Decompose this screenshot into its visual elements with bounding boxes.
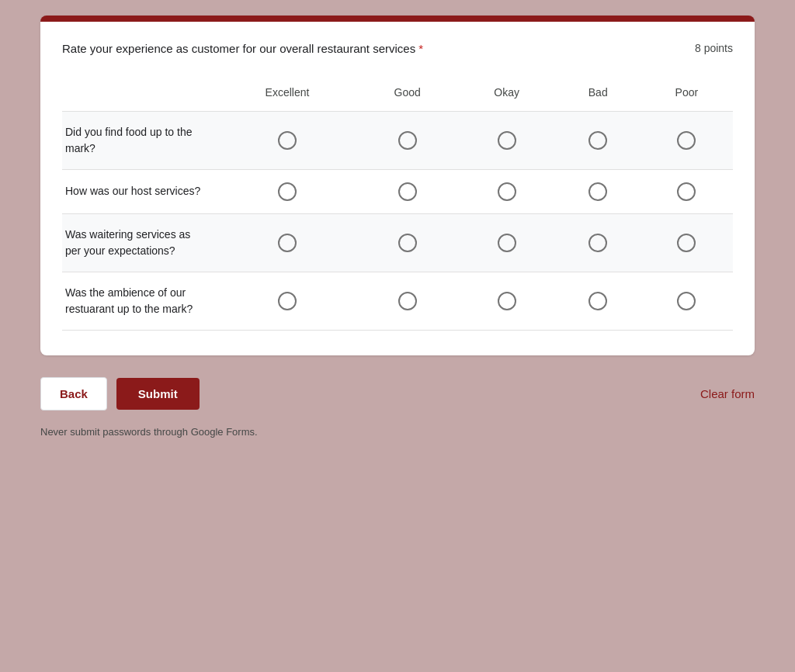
radio-poor-row4[interactable] [677, 292, 696, 310]
radio-good-row2[interactable] [398, 182, 417, 201]
radio-cell [217, 111, 357, 169]
radio-bad-row2[interactable] [588, 182, 607, 201]
back-button[interactable]: Back [40, 377, 107, 410]
radio-okay-row4[interactable] [498, 292, 516, 310]
row-label: Did you find food up to the mark? [62, 111, 217, 169]
radio-cell [556, 272, 641, 330]
radio-okay-row2[interactable] [498, 182, 516, 201]
radio-poor-row3[interactable] [677, 234, 696, 252]
radio-cell [556, 169, 641, 213]
row-label: Was waitering services as per your expec… [62, 213, 217, 272]
row-label: Was the ambience of our restuarant up to… [62, 272, 217, 330]
radio-okay-row1[interactable] [498, 131, 516, 150]
radio-cell [641, 169, 733, 213]
radio-cell [357, 272, 458, 330]
radio-bad-row3[interactable] [588, 234, 607, 252]
radio-good-row3[interactable] [398, 234, 417, 252]
clear-form-button[interactable]: Clear form [700, 387, 755, 400]
points-label: 8 points [695, 40, 733, 54]
col-poor: Poor [641, 80, 733, 112]
radio-cell [357, 169, 458, 213]
radio-poor-row2[interactable] [677, 182, 696, 201]
radio-excellent-row3[interactable] [278, 234, 297, 252]
page-container: Rate your experience as customer for our… [0, 16, 795, 438]
col-okay: Okay [458, 80, 556, 112]
col-good: Good [357, 80, 458, 112]
table-row: Was waitering services as per your expec… [62, 213, 733, 272]
card-header: Rate your experience as customer for our… [62, 40, 733, 58]
radio-cell [641, 213, 733, 272]
footer-bar: Back Submit Clear form [40, 377, 755, 417]
title-text: Rate your experience as customer for our… [62, 42, 415, 55]
footer-buttons: Back Submit [40, 377, 200, 410]
radio-cell [217, 272, 357, 330]
radio-good-row4[interactable] [398, 292, 417, 310]
question-title: Rate your experience as customer for our… [62, 40, 423, 58]
radio-cell [458, 169, 556, 213]
radio-cell [357, 213, 458, 272]
table-row: Was the ambience of our restuarant up to… [62, 272, 733, 330]
rating-grid: Excellent Good Okay Bad Poor Did you fin… [62, 80, 733, 331]
radio-cell [641, 111, 733, 169]
radio-excellent-row1[interactable] [278, 131, 297, 150]
table-row: How was our host services? [62, 169, 733, 213]
radio-cell [556, 111, 641, 169]
radio-cell [458, 213, 556, 272]
radio-cell [556, 213, 641, 272]
radio-excellent-row4[interactable] [278, 292, 297, 310]
col-excellent: Excellent [217, 80, 357, 112]
radio-bad-row4[interactable] [588, 292, 607, 310]
col-bad: Bad [556, 80, 641, 112]
required-star: * [418, 42, 423, 55]
table-row: Did you find food up to the mark? [62, 111, 733, 169]
radio-good-row1[interactable] [398, 131, 417, 150]
radio-okay-row3[interactable] [498, 234, 516, 252]
disclaimer-text: Never submit passwords through Google Fo… [40, 426, 755, 438]
radio-excellent-row2[interactable] [278, 182, 297, 201]
radio-poor-row1[interactable] [677, 131, 696, 150]
column-header-row: Excellent Good Okay Bad Poor [62, 80, 733, 112]
radio-cell [357, 111, 458, 169]
row-label-header [62, 80, 217, 112]
radio-bad-row1[interactable] [588, 131, 607, 150]
radio-cell [458, 272, 556, 330]
submit-button[interactable]: Submit [116, 378, 200, 410]
row-label: How was our host services? [62, 169, 217, 213]
survey-card: Rate your experience as customer for our… [40, 16, 755, 355]
radio-cell [217, 213, 357, 272]
radio-cell [458, 111, 556, 169]
radio-cell [641, 272, 733, 330]
radio-cell [217, 169, 357, 213]
